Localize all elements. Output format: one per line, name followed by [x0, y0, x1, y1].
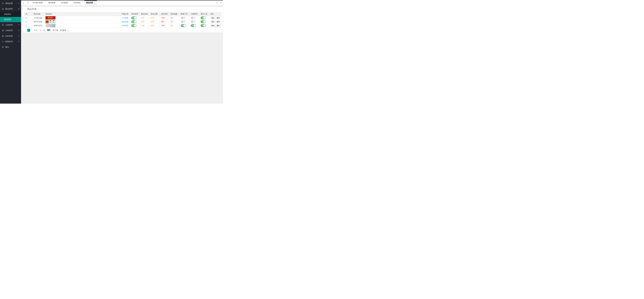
delete-button[interactable]: 删除	[216, 20, 221, 23]
tab-product-list[interactable]: 商品列表 ×	[84, 0, 97, 5]
sidebar-item-product-list[interactable]: 商品列表	[0, 17, 21, 22]
edit-button[interactable]: 编辑	[210, 16, 215, 19]
stock-value: 999	[161, 21, 164, 23]
quantity-order-toggle[interactable]: 关闭	[181, 20, 186, 23]
network-info-toggle[interactable]: 关闭	[191, 20, 196, 23]
quantity-order-toggle[interactable]: 开启	[181, 24, 186, 27]
tab-sms-config[interactable]: 短信配置 ×	[59, 0, 72, 5]
cell-stock: 1000	[160, 16, 169, 20]
edit-button[interactable]: 编辑	[210, 24, 215, 27]
cell-recommend: 是	[130, 20, 140, 24]
close-icon[interactable]: ×	[82, 2, 82, 4]
col-header-quantity-order: 数量下单	[179, 12, 189, 16]
tab-label: 网站配置	[48, 1, 55, 4]
close-icon[interactable]: ×	[69, 2, 70, 4]
prev-page-button[interactable]: ‹	[24, 29, 26, 31]
cell-category: 天猫优选	[120, 24, 130, 27]
collapse-sidebar-button[interactable]: «	[21, 0, 26, 5]
tab-bar-tools: »	[214, 0, 223, 5]
home-tab-button[interactable]	[26, 0, 31, 5]
sidebar-item-logout[interactable]: 退出	[0, 44, 21, 50]
tab-menu-button[interactable]	[219, 0, 223, 5]
category-link[interactable]: 超值捡漏	[122, 21, 128, 23]
cell-id: 1	[24, 24, 32, 27]
delete-button[interactable]: 删除	[216, 16, 221, 19]
delete-button[interactable]: 删除	[216, 24, 221, 27]
models-block	[49, 20, 56, 23]
freight-value: 6.00	[151, 17, 154, 19]
sidebar: 系统设置 商品管理 添加商品 商品列表 工单管理	[0, 0, 21, 104]
toggle-label: 是	[132, 21, 134, 23]
category-link[interactable]: 人气销量	[122, 17, 128, 19]
cell-stock: 1000	[160, 24, 169, 27]
network-info-toggle[interactable]: 关闭	[191, 16, 196, 19]
jump-page-input[interactable]	[38, 29, 42, 32]
tab-site-config[interactable]: 网站配置 ×	[47, 0, 59, 5]
sidebar-item-system-settings[interactable]: 系统设置	[0, 0, 21, 6]
stock-value: 1000	[161, 17, 165, 19]
col-header-category: 所属分类	[120, 12, 130, 16]
network-info-toggle[interactable]: 开启	[191, 24, 196, 27]
recommend-toggle[interactable]: 是	[131, 16, 136, 19]
cell-id: 3	[24, 16, 32, 20]
cell-actions: 编辑删除	[209, 24, 221, 27]
page-size-select[interactable]: 10 条/页	[59, 29, 69, 32]
close-icon[interactable]: ×	[44, 2, 45, 4]
memo-icon	[2, 24, 4, 26]
current-page[interactable]: 1	[27, 29, 30, 32]
shelf-toggle[interactable]: 上架	[200, 20, 206, 23]
cell-shelf: 上架	[199, 16, 209, 20]
gear-icon	[2, 2, 4, 4]
tab-overflow-button[interactable]: »	[214, 0, 219, 5]
confirm-button[interactable]: 确定	[46, 29, 52, 32]
chevron-down-icon	[220, 2, 222, 4]
sidebar-item-label: 工单管理	[5, 24, 13, 26]
col-header-sales: 商品销量	[169, 12, 179, 16]
tab-payment-config[interactable]: 支付接口配置 ×	[31, 0, 47, 5]
tab-bar: « 支付接口配置 × 网站配置 × 短信配置 × 添加商	[21, 0, 223, 5]
sidebar-item-substation-management[interactable]: 分站管理	[0, 33, 21, 39]
cell-price: 1.00	[140, 16, 149, 20]
sidebar-item-label: 系统设置	[5, 2, 13, 5]
content-area: 商品列表 ID 商品名称 商品图片	[21, 5, 223, 104]
recommend-toggle[interactable]: 是	[131, 20, 136, 23]
next-page-button[interactable]: ›	[31, 29, 33, 31]
table-row: 2 初中学生夏... 核狼	[24, 20, 221, 24]
sales-value: 16	[171, 17, 172, 19]
shelf-toggle[interactable]: 上架	[200, 16, 206, 19]
recommend-toggle[interactable]: 是	[131, 24, 136, 27]
app: 系统设置 商品管理 添加商品 商品列表 工单管理	[0, 0, 223, 104]
sidebar-item-withdrawal-management[interactable]: 提现管理	[0, 39, 21, 44]
close-icon[interactable]: ×	[56, 2, 57, 4]
col-header-stock: 当前库存	[160, 12, 169, 16]
cell-image	[44, 24, 120, 27]
chevron-down-icon	[18, 24, 19, 25]
product-image[interactable]: 买1送1 八爪鱼大爆头 买4发10罐	[46, 16, 56, 20]
toggle-label: 开启	[192, 24, 194, 26]
chevron-down-icon	[18, 30, 19, 31]
sidebar-item-order-management[interactable]: 订单管理	[0, 28, 21, 33]
col-header-name: 商品名称	[32, 12, 44, 16]
col-header-freight: 商品运费	[149, 12, 160, 16]
category-link[interactable]: 天猫优选	[122, 24, 128, 26]
toggle-label: 是	[132, 24, 134, 26]
cell-stock: 999	[160, 20, 169, 24]
col-header-network-info: 入网资料	[189, 12, 199, 16]
close-icon[interactable]: ×	[94, 2, 95, 4]
sidebar-item-product-management[interactable]: 商品管理	[0, 6, 21, 12]
cell-actions: 编辑删除	[209, 20, 221, 24]
product-image[interactable]: 核狼	[46, 20, 56, 23]
col-header-actions: 操作	[209, 12, 221, 16]
stock-value: 1000	[161, 24, 165, 26]
sales-value: 12	[171, 24, 172, 26]
quantity-order-toggle[interactable]: 关闭	[181, 16, 186, 19]
edit-button[interactable]: 编辑	[210, 20, 215, 23]
tab-add-product[interactable]: 添加商品 ×	[72, 0, 84, 5]
cell-name: 初中学生夏...	[32, 20, 44, 24]
product-image[interactable]	[46, 24, 56, 27]
shelf-toggle[interactable]: 上架	[200, 24, 206, 27]
sidebar-item-label: 商品管理	[5, 8, 13, 10]
sidebar-item-add-product[interactable]: 添加商品	[0, 12, 21, 17]
sidebar-item-workorder-management[interactable]: 工单管理	[0, 22, 21, 28]
cell-sales: 24	[169, 20, 179, 24]
